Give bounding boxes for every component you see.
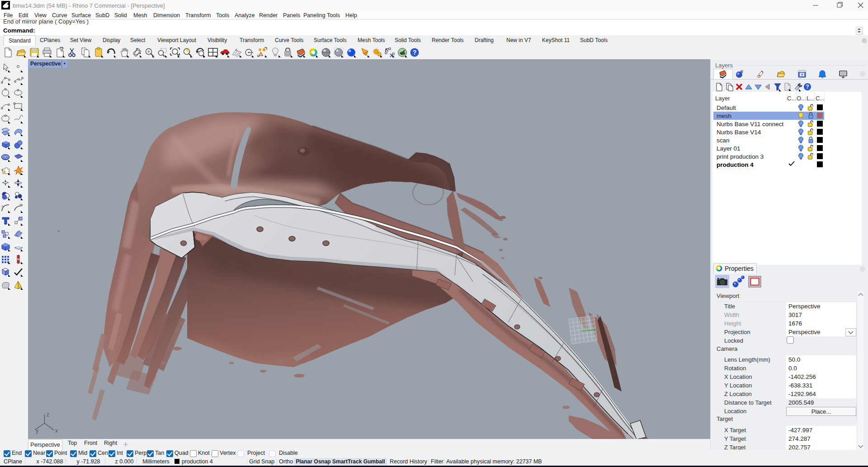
svg-text:?: ? — [806, 84, 809, 90]
svg-text:?: ? — [413, 49, 417, 56]
svg-text:y: y — [36, 428, 38, 434]
svg-text:x: x — [55, 428, 58, 434]
svg-text:z: z — [47, 411, 49, 418]
svg-text:?: ? — [801, 73, 803, 77]
